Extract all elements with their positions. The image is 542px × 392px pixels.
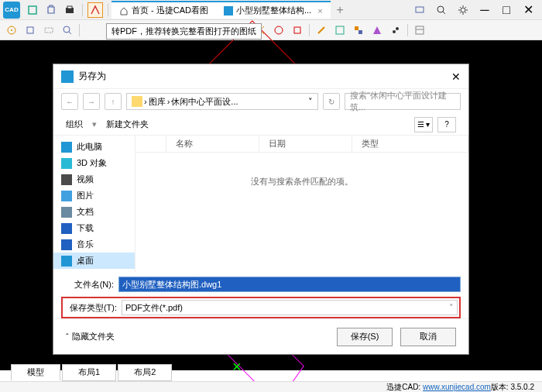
col-name[interactable]: 名称 — [166, 136, 259, 152]
sidebar: 此电脑3D 对象视频图片文档下载音乐桌面Windows (C:) — [53, 136, 136, 272]
tool-icon[interactable] — [42, 23, 56, 37]
status-link[interactable]: www.xunjiecad.com — [423, 383, 491, 391]
dialog-icon — [61, 70, 74, 83]
svg-rect-2 — [67, 6, 72, 9]
dialog-close-button[interactable]: ✕ — [451, 70, 461, 83]
convert-pdf-button[interactable] — [87, 2, 103, 18]
empty-message: 没有与搜索条件匹配的项。 — [136, 153, 468, 211]
col-type[interactable]: 类型 — [352, 136, 468, 152]
svg-line-12 — [69, 32, 71, 34]
tab-model[interactable]: 模型 — [11, 364, 60, 381]
tab-layout2[interactable]: 布局2 — [118, 364, 172, 381]
save-button[interactable]: 保存(S) — [337, 328, 393, 346]
svg-point-21 — [396, 27, 399, 30]
toolbar-btn[interactable] — [25, 2, 40, 18]
sb-icon — [61, 158, 72, 169]
svg-point-8 — [11, 29, 12, 31]
nav-up-button[interactable]: ↑ — [105, 93, 122, 110]
organize-menu[interactable]: 组织 — [66, 119, 83, 130]
tool-icon[interactable] — [290, 23, 304, 37]
sidebar-item[interactable]: 视频 — [53, 171, 135, 187]
svg-point-4 — [437, 6, 444, 12]
sb-icon — [61, 239, 72, 250]
tooltip: 转PDF，推荐转换完整看图打开的图纸 — [106, 23, 262, 40]
close-button[interactable]: ✕ — [520, 2, 536, 18]
cancel-button[interactable]: 取消 — [400, 328, 456, 346]
help-button[interactable]: ? — [437, 117, 456, 132]
tool-icon[interactable] — [333, 23, 347, 37]
new-folder-button[interactable]: 新建文件夹 — [106, 119, 149, 130]
feedback-icon[interactable] — [412, 2, 427, 18]
tab-home[interactable]: 首页 - 迅捷CAD看图 — [111, 1, 216, 19]
breadcrumb-seg[interactable]: 休闲中心平面设... — [171, 96, 238, 108]
breadcrumb-seg[interactable]: 图库 — [149, 96, 166, 108]
toolbar-btn[interactable] — [43, 2, 59, 18]
tab-label: 小型别墅整体结构... — [236, 5, 311, 16]
sidebar-item[interactable]: 图片 — [53, 187, 135, 204]
sb-icon — [61, 223, 72, 234]
maximize-button[interactable]: □ — [499, 2, 514, 18]
search-placeholder: 搜索"休闲中心平面设计建筑... — [350, 90, 455, 113]
minimize-button[interactable]: ─ — [477, 2, 492, 18]
status-brand: 迅捷CAD: — [386, 382, 420, 393]
tool-icon[interactable] — [60, 23, 74, 37]
tab-layout1[interactable]: 布局1 — [62, 364, 116, 381]
svg-rect-3 — [416, 7, 424, 12]
status-version: 版本: 3.5.0.2 — [491, 382, 534, 393]
sidebar-item-label: 文档 — [77, 206, 94, 218]
sidebar-item[interactable]: 文档 — [53, 204, 135, 220]
sidebar-item[interactable]: 下载 — [53, 220, 135, 236]
svg-point-20 — [393, 30, 396, 33]
svg-rect-9 — [27, 27, 33, 33]
nav-forward-button[interactable]: → — [83, 93, 100, 110]
refresh-button[interactable]: ↻ — [323, 93, 340, 110]
tool-icon[interactable] — [413, 23, 427, 37]
toolbar-btn[interactable] — [62, 2, 77, 18]
sidebar-item[interactable]: 音乐 — [53, 236, 135, 253]
sb-icon — [61, 207, 72, 218]
tab-file[interactable]: 小型别墅整体结构... × — [216, 1, 331, 19]
svg-point-15 — [275, 26, 283, 34]
filetype-value: PDF文件(*.pdf) — [125, 302, 183, 314]
drawing-mark: × — [232, 358, 242, 376]
close-tab-icon[interactable]: × — [317, 6, 322, 15]
filetype-select[interactable]: PDF文件(*.pdf) ˅ — [122, 300, 458, 315]
folder-icon — [132, 96, 142, 107]
svg-rect-16 — [294, 27, 300, 33]
home-icon — [119, 6, 129, 15]
tool-icon[interactable] — [5, 23, 19, 37]
view-mode-button[interactable]: ☰ ▾ — [414, 117, 433, 132]
sidebar-item[interactable]: 桌面 — [53, 253, 135, 269]
new-tab-button[interactable]: + — [331, 3, 350, 17]
sidebar-item-label: 下载 — [77, 222, 94, 234]
sidebar-item[interactable]: 3D 对象 — [53, 155, 135, 171]
svg-point-11 — [63, 26, 70, 33]
nav-back-button[interactable]: ← — [61, 93, 78, 110]
search-icon[interactable] — [434, 2, 449, 18]
app-logo-icon: CAD — [3, 2, 20, 19]
sidebar-item[interactable]: 此电脑 — [53, 139, 135, 155]
svg-rect-10 — [45, 28, 53, 33]
save-as-dialog: 另存为 ✕ ← → ↑ › 图库 › 休闲中心平面设... ˅ ↻ 搜索"休闲中… — [53, 64, 469, 355]
tool-icon[interactable] — [23, 23, 37, 37]
sidebar-item-label: 视频 — [77, 174, 94, 185]
col-date[interactable]: 日期 — [259, 136, 352, 152]
hide-folders-toggle[interactable]: ˆ 隐藏文件夹 — [66, 331, 115, 342]
dialog-title: 另存为 — [78, 70, 106, 83]
breadcrumb[interactable]: › 图库 › 休闲中心平面设... ˅ — [126, 93, 318, 110]
tool-icon[interactable] — [272, 23, 286, 37]
tool-icon[interactable] — [370, 23, 384, 37]
sidebar-item-label: 3D 对象 — [77, 157, 107, 169]
tool-icon[interactable] — [352, 23, 365, 37]
svg-rect-17 — [336, 26, 344, 34]
search-input[interactable]: 搜索"休闲中心平面设计建筑... — [345, 93, 461, 110]
sidebar-item-label: 此电脑 — [77, 141, 102, 153]
settings-icon[interactable] — [455, 2, 471, 18]
filename-input[interactable] — [118, 277, 461, 292]
svg-point-6 — [461, 8, 465, 12]
file-icon — [224, 6, 233, 15]
tab-label: 首页 - 迅捷CAD看图 — [132, 5, 208, 16]
tool-icon[interactable] — [314, 23, 328, 37]
svg-rect-22 — [416, 26, 424, 34]
tool-icon[interactable] — [389, 23, 403, 37]
